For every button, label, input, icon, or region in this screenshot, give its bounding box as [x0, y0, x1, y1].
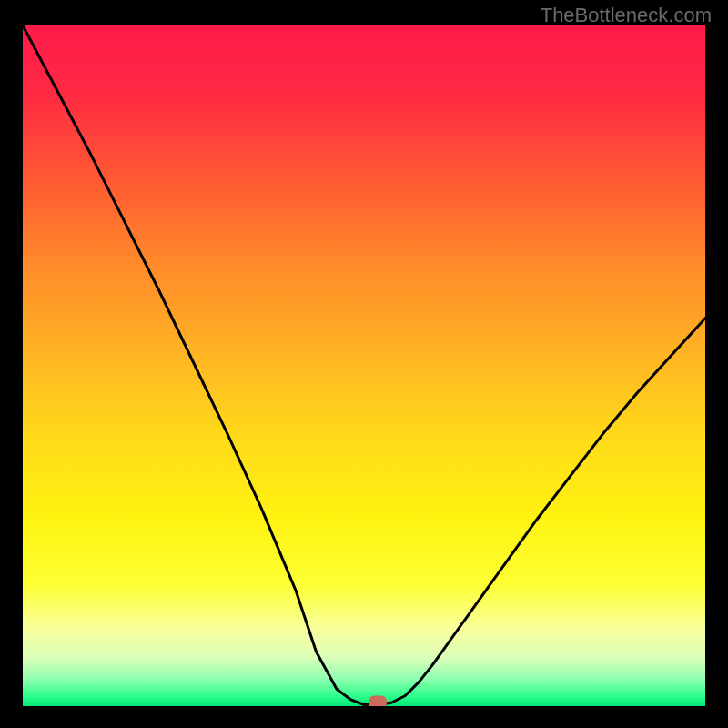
gradient-background: [23, 25, 705, 706]
optimal-marker: [369, 696, 387, 706]
chart-container: TheBottleneck.com: [0, 0, 728, 728]
chart-svg: [23, 25, 705, 706]
watermark-text: TheBottleneck.com: [541, 4, 712, 27]
plot-area: [23, 25, 705, 706]
